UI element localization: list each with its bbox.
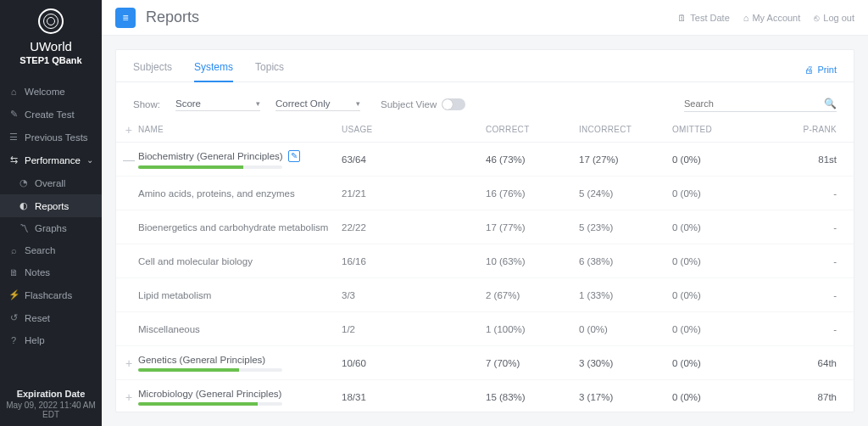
progress-bar: [138, 402, 282, 406]
notes-icon: 🗎: [8, 267, 19, 277]
page-title: Reports: [146, 8, 199, 26]
search-field[interactable]: 🔍: [684, 96, 837, 112]
progress-bar: [138, 165, 282, 169]
welcome-icon: ⌂: [8, 87, 19, 97]
sidebar-item-help[interactable]: ?Help: [0, 329, 102, 351]
score-dropdown[interactable]: Score ▾: [175, 97, 260, 111]
cell-correct: 46 (73%): [486, 154, 579, 165]
cell-omitted: 0 (0%): [672, 290, 774, 300]
print-icon: 🖨: [804, 64, 814, 75]
cell-usage: 1/2: [342, 324, 486, 334]
print-label: Print: [817, 64, 837, 75]
topbar-link-label: Log out: [823, 13, 854, 23]
sidebar-item-overall[interactable]: ◔Overall: [0, 171, 102, 194]
topbar-link-label: Test Date: [690, 13, 729, 23]
reports-icon: ◐: [19, 200, 29, 211]
main-area: ≡ Reports 🗓Test Date⌂My Account⎋Log out …: [102, 0, 868, 426]
topbar-link-test-date[interactable]: 🗓Test Date: [677, 13, 729, 23]
performance-icon: ⇆: [8, 154, 19, 165]
row-name: Microbiology (General Principles): [138, 389, 281, 399]
cell-incorrect: 0 (0%): [579, 324, 672, 334]
show-label: Show:: [133, 99, 160, 109]
brand-name: UWorld: [0, 39, 102, 53]
brand-logo-icon: [38, 8, 64, 34]
topbar-link-log-out[interactable]: ⎋Log out: [814, 13, 854, 23]
row-name: Cell and molecular biology: [138, 256, 253, 266]
row-name: Lipid metabolism: [138, 290, 211, 300]
cell-usage: 10/60: [342, 358, 486, 368]
overall-icon: ◔: [19, 177, 29, 188]
cell-prank: -: [774, 290, 837, 300]
note-icon[interactable]: ✎: [288, 150, 300, 162]
filters-row: Show: Score ▾ Correct Only ▾ Subject Vie…: [116, 82, 854, 117]
correct-only-dropdown[interactable]: Correct Only ▾: [275, 97, 360, 111]
cell-incorrect: 5 (24%): [579, 188, 672, 199]
cell-prank: -: [774, 188, 837, 199]
sidebar-item-notes[interactable]: 🗎Notes: [0, 261, 102, 283]
sidebar-item-label: Create Test: [25, 109, 75, 120]
sidebar-item-previous-tests[interactable]: ☰Previous Tests: [0, 126, 102, 149]
name-cell: Bioenergetics and carbohydrate metabolis…: [138, 222, 342, 233]
help-icon: ?: [8, 335, 19, 345]
topbar: ≡ Reports 🗓Test Date⌂My Account⎋Log out: [102, 0, 868, 36]
cell-omitted: 0 (0%): [672, 324, 774, 334]
tab-systems[interactable]: Systems: [194, 53, 233, 82]
search-icon: ⌕: [8, 245, 19, 255]
cell-incorrect: 5 (23%): [579, 222, 672, 233]
expand-icon[interactable]: +: [120, 391, 138, 403]
cell-incorrect: 17 (27%): [579, 154, 672, 165]
table-row: —Biochemistry (General Principles)✎63/64…: [116, 143, 854, 177]
sidebar-toggle-button[interactable]: ≡: [115, 8, 136, 28]
brand-block: UWorld STEP1 QBank: [0, 0, 102, 77]
cell-correct: 1 (100%): [486, 324, 579, 334]
print-button[interactable]: 🖨 Print: [804, 64, 837, 81]
row-name: Miscellaneous: [138, 324, 200, 334]
name-cell: Lipid metabolism: [138, 290, 342, 300]
my-account-icon: ⌂: [743, 13, 749, 23]
cell-omitted: 0 (0%): [672, 222, 774, 233]
table-subrow: Bioenergetics and carbohydrate metabolis…: [116, 210, 854, 244]
expand-all-icon[interactable]: +: [120, 124, 138, 136]
sidebar-item-search[interactable]: ⌕Search: [0, 239, 102, 261]
cell-usage: 18/31: [342, 392, 486, 402]
expiration-title: Expiration Date: [3, 389, 98, 399]
flashcards-icon: ⚡: [8, 289, 19, 300]
col-name: NAME: [138, 125, 342, 134]
caret-down-icon: ▾: [256, 99, 260, 108]
reset-icon: ↺: [8, 312, 19, 323]
subject-view-switch[interactable]: [442, 98, 465, 110]
sidebar-item-reset[interactable]: ↺Reset: [0, 306, 102, 329]
row-name: Amino acids, proteins, and enzymes: [138, 188, 295, 199]
search-icon: 🔍: [824, 98, 837, 109]
expand-icon[interactable]: +: [120, 357, 138, 369]
sidebar-nav: ⌂Welcome✎Create Test☰Previous Tests⇆Perf…: [0, 77, 102, 355]
cell-usage: 63/64: [342, 154, 486, 165]
tab-subjects[interactable]: Subjects: [133, 53, 172, 81]
cell-omitted: 0 (0%): [672, 188, 774, 199]
sidebar-item-create-test[interactable]: ✎Create Test: [0, 103, 102, 126]
col-correct: CORRECT: [486, 125, 579, 134]
sidebar-item-performance[interactable]: ⇆Performance⌄: [0, 149, 102, 171]
sidebar-item-label: Overall: [35, 178, 65, 188]
sidebar-item-reports[interactable]: ◐Reports: [0, 194, 102, 217]
topbar-link-my-account[interactable]: ⌂My Account: [743, 13, 801, 23]
sidebar-item-label: Reports: [35, 201, 69, 211]
name-cell: Biochemistry (General Principles)✎: [138, 150, 342, 169]
collapse-icon[interactable]: —: [120, 154, 138, 165]
sidebar-item-graphs[interactable]: 〽Graphs: [0, 217, 102, 239]
sidebar-item-label: Flashcards: [25, 290, 72, 300]
col-usage: USAGE: [342, 125, 486, 134]
sidebar-item-label: Welcome: [25, 87, 65, 97]
table-subrow: Lipid metabolism3/32 (67%)1 (33%)0 (0%)-: [116, 278, 854, 312]
cell-omitted: 0 (0%): [672, 154, 774, 165]
brand-subtitle: STEP1 QBank: [0, 55, 102, 65]
table-header: + NAME USAGE CORRECT INCORRECT OMITTED P…: [116, 117, 854, 143]
cell-incorrect: 3 (17%): [579, 392, 672, 402]
sidebar-item-welcome[interactable]: ⌂Welcome: [0, 81, 102, 103]
search-input[interactable]: [684, 98, 824, 109]
tab-topics[interactable]: Topics: [255, 53, 284, 81]
test-date-icon: 🗓: [677, 13, 687, 23]
name-cell: Microbiology (General Principles): [138, 389, 342, 406]
create-test-icon: ✎: [8, 109, 19, 120]
sidebar-item-flashcards[interactable]: ⚡Flashcards: [0, 283, 102, 306]
